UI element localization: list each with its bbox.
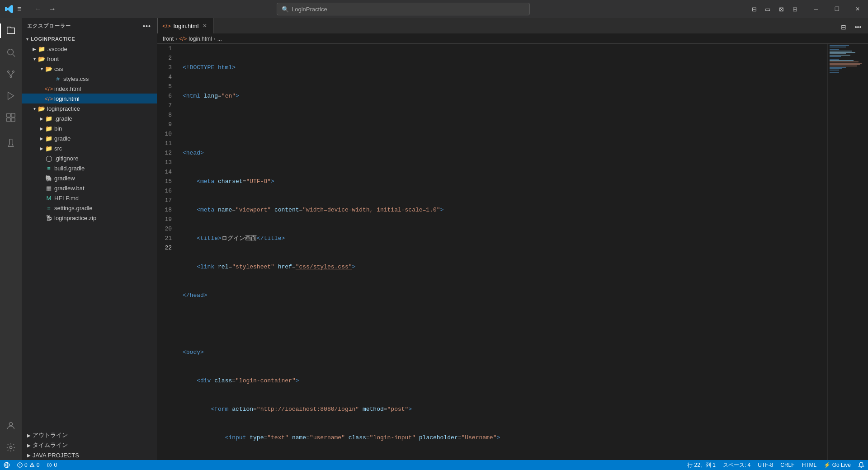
remote-count[interactable]: 0	[43, 460, 61, 470]
title-search: 🔍 LoginPractice	[63, 3, 743, 15]
sidebar-more-actions[interactable]: •••	[142, 22, 151, 31]
code-line-11: <body>	[183, 348, 827, 357]
outline-panel[interactable]: ▶ アウトライン	[22, 430, 157, 440]
activity-item-scm[interactable]	[0, 63, 22, 85]
activity-item-search[interactable]	[0, 42, 22, 63]
activity-item-extensions[interactable]	[0, 107, 22, 128]
svg-point-2	[8, 71, 9, 73]
tree-item-login-html[interactable]: ▶ </> login.html	[22, 94, 157, 103]
line-ending[interactable]: CRLF	[777, 460, 798, 470]
timeline-label: タイムライン	[33, 441, 68, 449]
customize-layout-button[interactable]: ⊞	[788, 3, 801, 15]
go-live-text: ⚡ Go Live	[824, 462, 851, 468]
search-box[interactable]: 🔍 LoginPractice	[277, 3, 530, 15]
tree-item-gitignore[interactable]: ▶ ◯ .gitignore	[22, 153, 157, 163]
split-editor-tab-button[interactable]: ⊟	[837, 21, 850, 33]
tree-item-index-html[interactable]: ▶ </> index.html	[22, 84, 157, 94]
tree-item-build-gradle[interactable]: ▶ ≡ build.gradle	[22, 163, 157, 173]
more-tab-actions-button[interactable]: •••	[852, 21, 864, 33]
position-text: 行 22、列 1	[687, 461, 716, 469]
tree-label-bin: bin	[54, 125, 62, 132]
code-content[interactable]: <!DOCTYPE html> <html lang="en"> <head> …	[179, 44, 827, 460]
editor-area: </> login.html ✕ ⊟ ••• front › </> login…	[157, 18, 868, 460]
tree-label-settings-gradle: settings.gradle	[54, 205, 93, 212]
vscode-logo-icon	[5, 5, 14, 14]
sidebar-header: エクスプローラー •••	[22, 18, 157, 34]
title-bar-left: ≡	[0, 5, 27, 14]
breadcrumb-front[interactable]: front	[163, 36, 174, 42]
java-projects-panel[interactable]: ▶ JAVA PROJECTS	[22, 450, 157, 460]
error-count[interactable]: 0 0	[14, 460, 43, 470]
hamburger-menu-icon[interactable]: ≡	[17, 5, 21, 13]
code-line-14: <input type="text" name="username" class…	[183, 433, 827, 442]
timeline-panel[interactable]: ▶ タイムライン	[22, 440, 157, 450]
folder-src-icon: 📁	[45, 145, 52, 152]
go-live-button[interactable]: ⚡ Go Live	[820, 460, 854, 470]
code-editor[interactable]: 1 2 3 4 5 6 7 8 9 10 11 12 13 14 15 16 1…	[157, 44, 868, 460]
close-button[interactable]: ✕	[847, 0, 868, 18]
tree-item-gradle-hidden[interactable]: ▶ 📁 .gradle	[22, 113, 157, 123]
restore-button[interactable]: ❐	[826, 0, 847, 18]
tree-label-build-gradle: build.gradle	[54, 165, 85, 172]
nav-forward-button[interactable]: →	[46, 3, 59, 15]
breadcrumb-dots[interactable]: ...	[217, 36, 222, 42]
folder-css-icon: 📂	[45, 65, 52, 72]
search-icon: 🔍	[282, 6, 289, 13]
toggle-panel-button[interactable]: ▭	[761, 3, 774, 15]
folder-bin-icon: 📁	[45, 125, 52, 132]
activity-item-account[interactable]	[0, 415, 22, 437]
tree-item-css[interactable]: ▾ 📂 css	[22, 64, 157, 74]
toggle-sidebar-button[interactable]: ⊠	[775, 3, 788, 15]
tree-item-loginpractice[interactable]: ▾ 📂 loginpractice	[22, 103, 157, 113]
indentation[interactable]: スペース: 4	[719, 460, 754, 470]
svg-point-19	[47, 463, 52, 467]
minimize-button[interactable]: ─	[806, 0, 826, 18]
notification-bell[interactable]	[854, 460, 868, 470]
encoding-text: UTF-8	[758, 462, 773, 468]
activity-item-explorer[interactable]	[0, 20, 22, 42]
tree-item-styles-css[interactable]: ▶ # styles.css	[22, 74, 157, 84]
tree-item-src[interactable]: ▶ 📁 src	[22, 143, 157, 153]
tree-item-gradlew[interactable]: ▶ 🐘 gradlew	[22, 173, 157, 183]
tree-label-zip: loginpractice.zip	[54, 215, 96, 221]
code-line-12: <div class="login-container">	[183, 376, 827, 385]
tree-item-vscode[interactable]: ▶ 📁 .vscode	[22, 44, 157, 54]
tree-item-gradlew-bat[interactable]: ▶ ▦ gradlew.bat	[22, 183, 157, 193]
main-layout: エクスプローラー ••• ▾ LOGINPRACTICE ▶ 📁 .vscode…	[0, 18, 868, 460]
minimap	[827, 44, 863, 460]
svg-point-3	[13, 71, 14, 73]
breadcrumb-login-html[interactable]: login.html	[189, 36, 212, 42]
tree-item-zip[interactable]: ▶ 🗜 loginpractice.zip	[22, 213, 157, 223]
tab-file-icon: </>	[162, 23, 171, 29]
tab-close-button[interactable]: ✕	[201, 22, 208, 29]
cursor-position[interactable]: 行 22、列 1	[684, 460, 719, 470]
tree-item-help-md[interactable]: ▶ M HELP.md	[22, 193, 157, 203]
code-line-4: <head>	[183, 148, 827, 158]
language-mode[interactable]: HTML	[798, 460, 821, 470]
tree-label-front: front	[47, 56, 59, 62]
tree-label-gitignore: .gitignore	[54, 155, 78, 162]
tree-item-front[interactable]: ▾ 📂 front	[22, 54, 157, 64]
remote-status[interactable]	[0, 460, 14, 470]
activity-item-settings[interactable]	[0, 437, 22, 458]
split-editor-button[interactable]: ⊟	[748, 3, 760, 15]
tree-item-settings-gradle[interactable]: ▶ ≡ settings.gradle	[22, 203, 157, 213]
encoding[interactable]: UTF-8	[754, 460, 777, 470]
nav-back-button[interactable]: ←	[32, 3, 44, 15]
tree-item-bin[interactable]: ▶ 📁 bin	[22, 123, 157, 133]
spaces-text: スペース: 4	[723, 461, 750, 469]
code-line-7: <title>ログイン画面</title>	[183, 234, 827, 243]
tree-arrow-bin: ▶	[38, 125, 45, 132]
tree-item-gradle[interactable]: ▶ 📁 gradle	[22, 133, 157, 143]
java-label: JAVA PROJECTS	[33, 452, 79, 459]
warning-count-label: 0	[37, 462, 40, 468]
svg-line-1	[13, 54, 15, 56]
sidebar: エクスプローラー ••• ▾ LOGINPRACTICE ▶ 📁 .vscode…	[22, 18, 157, 460]
activity-item-testing[interactable]	[0, 132, 22, 154]
folder-icon: 📁	[38, 45, 45, 52]
scrollbar[interactable]	[863, 44, 868, 460]
activity-item-run[interactable]	[0, 85, 22, 107]
sidebar-header-actions: •••	[142, 22, 151, 31]
tree-root[interactable]: ▾ LOGINPRACTICE	[22, 34, 157, 44]
tab-login-html[interactable]: </> login.html ✕	[157, 18, 213, 33]
